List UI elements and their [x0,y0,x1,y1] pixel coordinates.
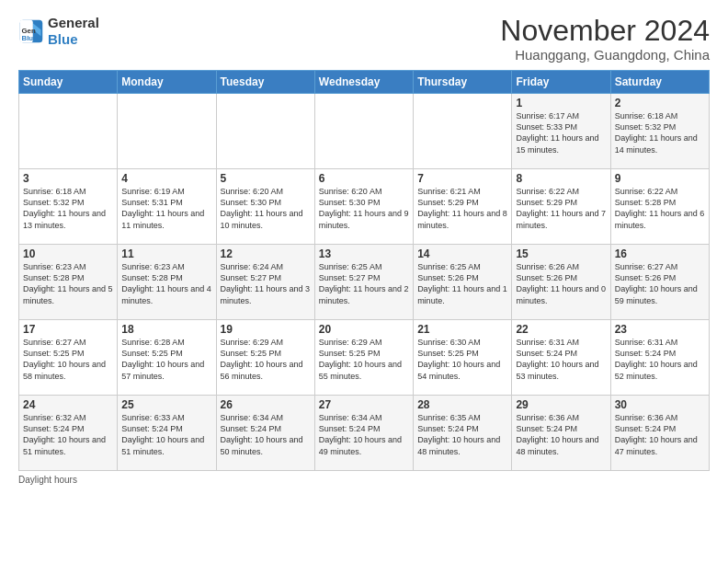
logo-icon: Gen Blue [18,18,44,44]
day-number: 11 [121,247,211,260]
day-info: Sunrise: 6:22 AM Sunset: 5:29 PM Dayligh… [516,186,606,231]
logo-text: General Blue [48,15,99,48]
day-number: 23 [615,323,705,336]
day-number: 19 [221,323,311,336]
day-number: 24 [23,398,113,411]
calendar-cell: 9Sunrise: 6:22 AM Sunset: 5:28 PM Daylig… [610,169,709,245]
calendar-cell: 16Sunrise: 6:27 AM Sunset: 5:26 PM Dayli… [610,245,709,320]
calendar-header-saturday: Saturday [610,71,709,94]
svg-text:Blue: Blue [22,34,39,42]
title-block: November 2024 Huanggang, Guangdong, Chin… [500,15,710,63]
day-info: Sunrise: 6:20 AM Sunset: 5:30 PM Dayligh… [221,186,311,231]
day-number: 21 [417,323,507,336]
day-number: 13 [319,247,409,260]
calendar-header-monday: Monday [118,71,216,94]
day-info: Sunrise: 6:21 AM Sunset: 5:29 PM Dayligh… [417,186,507,231]
calendar-week-3: 17Sunrise: 6:27 AM Sunset: 5:25 PM Dayli… [19,320,710,396]
calendar-cell: 24Sunrise: 6:32 AM Sunset: 5:24 PM Dayli… [19,396,118,471]
day-number: 30 [615,398,705,411]
calendar-cell: 14Sunrise: 6:25 AM Sunset: 5:26 PM Dayli… [414,245,512,320]
calendar-cell [118,94,216,169]
day-number: 6 [319,172,409,185]
day-number: 3 [23,172,113,185]
day-number: 8 [516,172,606,185]
day-number: 7 [417,172,507,185]
day-info: Sunrise: 6:22 AM Sunset: 5:28 PM Dayligh… [615,186,705,231]
calendar-week-2: 10Sunrise: 6:23 AM Sunset: 5:28 PM Dayli… [19,245,710,320]
day-info: Sunrise: 6:29 AM Sunset: 5:25 PM Dayligh… [221,337,311,382]
calendar-cell: 20Sunrise: 6:29 AM Sunset: 5:25 PM Dayli… [314,320,413,396]
calendar-cell: 1Sunrise: 6:17 AM Sunset: 5:33 PM Daylig… [512,94,610,169]
day-info: Sunrise: 6:33 AM Sunset: 5:24 PM Dayligh… [121,412,211,457]
calendar-cell: 27Sunrise: 6:34 AM Sunset: 5:24 PM Dayli… [314,396,413,471]
calendar-cell: 22Sunrise: 6:31 AM Sunset: 5:24 PM Dayli… [512,320,610,396]
day-number: 18 [121,323,211,336]
calendar-week-0: 1Sunrise: 6:17 AM Sunset: 5:33 PM Daylig… [19,94,710,169]
calendar-header-wednesday: Wednesday [314,71,413,94]
calendar-cell: 15Sunrise: 6:26 AM Sunset: 5:26 PM Dayli… [512,245,610,320]
day-number: 4 [121,172,211,185]
day-number: 28 [417,398,507,411]
calendar-cell: 12Sunrise: 6:24 AM Sunset: 5:27 PM Dayli… [216,245,314,320]
day-info: Sunrise: 6:36 AM Sunset: 5:24 PM Dayligh… [516,412,606,457]
location: Huanggang, Guangdong, China [500,47,710,63]
day-number: 14 [417,247,507,260]
day-info: Sunrise: 6:31 AM Sunset: 5:24 PM Dayligh… [516,337,606,382]
calendar-cell: 30Sunrise: 6:36 AM Sunset: 5:24 PM Dayli… [610,396,709,471]
logo: Gen Blue General Blue [18,15,99,48]
day-info: Sunrise: 6:29 AM Sunset: 5:25 PM Dayligh… [319,337,409,382]
day-info: Sunrise: 6:36 AM Sunset: 5:24 PM Dayligh… [615,412,705,457]
day-number: 15 [516,247,606,260]
day-info: Sunrise: 6:25 AM Sunset: 5:26 PM Dayligh… [417,261,507,306]
day-info: Sunrise: 6:30 AM Sunset: 5:25 PM Dayligh… [417,337,507,382]
day-info: Sunrise: 6:23 AM Sunset: 5:28 PM Dayligh… [121,261,211,306]
logo-blue: Blue [48,31,99,48]
month-title: November 2024 [500,15,710,47]
day-number: 29 [516,398,606,411]
day-info: Sunrise: 6:31 AM Sunset: 5:24 PM Dayligh… [615,337,705,382]
day-number: 1 [516,97,606,109]
day-info: Sunrise: 6:34 AM Sunset: 5:24 PM Dayligh… [319,412,409,457]
day-info: Sunrise: 6:28 AM Sunset: 5:25 PM Dayligh… [121,337,211,382]
day-number: 27 [319,398,409,411]
day-number: 10 [23,247,113,260]
calendar-cell [216,94,314,169]
calendar-cell: 4Sunrise: 6:19 AM Sunset: 5:31 PM Daylig… [118,169,216,245]
calendar-cell: 26Sunrise: 6:34 AM Sunset: 5:24 PM Dayli… [216,396,314,471]
calendar-cell: 10Sunrise: 6:23 AM Sunset: 5:28 PM Dayli… [19,245,118,320]
day-info: Sunrise: 6:35 AM Sunset: 5:24 PM Dayligh… [417,412,507,457]
day-info: Sunrise: 6:32 AM Sunset: 5:24 PM Dayligh… [23,412,113,457]
day-info: Sunrise: 6:27 AM Sunset: 5:26 PM Dayligh… [615,261,705,306]
calendar-cell: 25Sunrise: 6:33 AM Sunset: 5:24 PM Dayli… [118,396,216,471]
day-info: Sunrise: 6:25 AM Sunset: 5:27 PM Dayligh… [319,261,409,306]
day-number: 17 [23,323,113,336]
calendar-header-sunday: Sunday [19,71,118,94]
logo-general: General [48,15,99,31]
day-info: Sunrise: 6:20 AM Sunset: 5:30 PM Dayligh… [319,186,409,231]
calendar-week-4: 24Sunrise: 6:32 AM Sunset: 5:24 PM Dayli… [19,396,710,471]
day-number: 25 [121,398,211,411]
calendar-cell: 13Sunrise: 6:25 AM Sunset: 5:27 PM Dayli… [314,245,413,320]
day-info: Sunrise: 6:17 AM Sunset: 5:33 PM Dayligh… [516,110,606,155]
calendar-cell: 28Sunrise: 6:35 AM Sunset: 5:24 PM Dayli… [414,396,512,471]
day-info: Sunrise: 6:23 AM Sunset: 5:28 PM Dayligh… [23,261,113,306]
calendar-cell: 6Sunrise: 6:20 AM Sunset: 5:30 PM Daylig… [314,169,413,245]
day-number: 20 [319,323,409,336]
calendar-header-tuesday: Tuesday [216,71,314,94]
calendar-cell: 29Sunrise: 6:36 AM Sunset: 5:24 PM Dayli… [512,396,610,471]
calendar-cell: 7Sunrise: 6:21 AM Sunset: 5:29 PM Daylig… [414,169,512,245]
calendar-cell [314,94,413,169]
calendar-cell [19,94,118,169]
day-info: Sunrise: 6:26 AM Sunset: 5:26 PM Dayligh… [516,261,606,306]
day-number: 9 [615,172,705,185]
calendar-cell: 21Sunrise: 6:30 AM Sunset: 5:25 PM Dayli… [414,320,512,396]
day-number: 22 [516,323,606,336]
calendar-header-thursday: Thursday [414,71,512,94]
daylight-label: Daylight hours [18,475,77,485]
header: Gen Blue General Blue November 2024 Huan… [18,15,710,63]
day-number: 12 [221,247,311,260]
calendar-cell: 5Sunrise: 6:20 AM Sunset: 5:30 PM Daylig… [216,169,314,245]
day-number: 5 [221,172,311,185]
calendar-cell: 3Sunrise: 6:18 AM Sunset: 5:32 PM Daylig… [19,169,118,245]
day-info: Sunrise: 6:18 AM Sunset: 5:32 PM Dayligh… [615,110,705,155]
